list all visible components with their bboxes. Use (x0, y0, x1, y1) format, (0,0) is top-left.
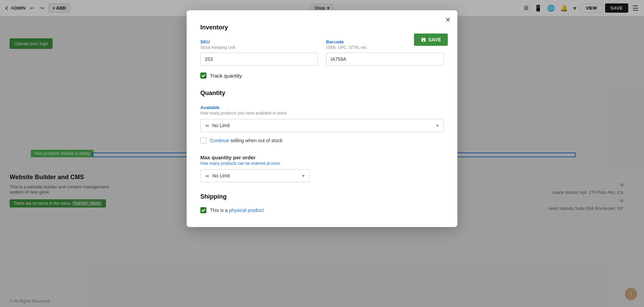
inventory-section: Inventory SKU Stock Keeping Unit Barcode… (200, 24, 444, 79)
max-qty-sublabel: How many products can be ordered at once (200, 161, 444, 166)
quantity-section: Quantity Available How many products you… (200, 90, 444, 182)
barcode-sublabel: ISBN, UPC, GTIN, etc. (326, 45, 444, 50)
close-icon: ✕ (445, 16, 451, 24)
max-qty-label: Max quantity per order (200, 155, 444, 160)
available-label: Available (200, 105, 444, 110)
shipping-title: Shipping (200, 193, 444, 200)
infinity-icon: ∞ (205, 123, 209, 128)
checkmark-icon (201, 74, 205, 78)
track-quantity-label: Track quantity (210, 73, 242, 79)
sku-label: SKU (200, 39, 318, 44)
available-sublabel: How many products you have available in … (200, 111, 444, 116)
modal-save-label: SAVE (428, 37, 441, 42)
track-quantity-row: Track quantity (200, 72, 444, 79)
available-dropdown-value: ∞ No Limit (205, 123, 230, 128)
physical-product-row: This is a physical product (200, 207, 444, 213)
modal-overlay: ✕ SAVE Inventory SKU Stock Keeping Unit (0, 0, 644, 307)
available-dropdown[interactable]: ∞ No Limit ▾ (200, 119, 444, 132)
continue-selling-row: Continue selling when out of stock (200, 137, 444, 144)
modal-close-button[interactable]: ✕ (443, 15, 453, 25)
modal-save-button[interactable]: SAVE (414, 34, 448, 46)
max-qty-group: Max quantity per order How many products… (200, 155, 444, 182)
track-quantity-checkbox[interactable] (200, 72, 206, 79)
sku-input[interactable] (200, 53, 318, 66)
sku-barcode-row: SKU Stock Keeping Unit Barcode ISBN, UPC… (200, 39, 444, 66)
chevron-down-icon: ▾ (436, 123, 439, 128)
physical-product-label: This is a physical product (210, 208, 264, 213)
save-icon (421, 37, 426, 42)
quantity-title: Quantity (200, 90, 444, 97)
infinity-icon: ∞ (205, 173, 209, 178)
physical-product-checkbox[interactable] (200, 207, 206, 213)
max-qty-dropdown-value: ∞ No Limit (205, 173, 230, 178)
inventory-title: Inventory (200, 24, 444, 31)
chevron-down-icon: ▾ (302, 173, 305, 178)
continue-selling-label: Continue selling when out of stock (210, 138, 282, 143)
continue-selling-checkbox[interactable] (200, 137, 206, 144)
checkmark-icon (201, 208, 205, 212)
sku-group: SKU Stock Keeping Unit (200, 39, 318, 66)
modal-dialog: ✕ SAVE Inventory SKU Stock Keeping Unit (187, 10, 457, 227)
max-qty-dropdown[interactable]: ∞ No Limit ▾ (200, 169, 310, 182)
sku-sublabel: Stock Keeping Unit (200, 45, 318, 50)
barcode-input[interactable] (326, 53, 444, 66)
shipping-section: Shipping This is a physical product (200, 193, 444, 213)
